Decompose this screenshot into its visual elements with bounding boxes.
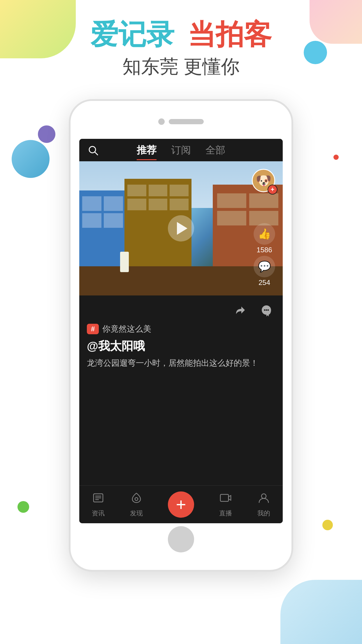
deco-blob-purple [38, 125, 55, 143]
action-row [87, 301, 275, 319]
phone-camera [158, 118, 165, 125]
nav-item-live[interactable]: 直播 [219, 491, 232, 518]
svg-point-4 [268, 309, 269, 311]
news-label: 资讯 [92, 509, 105, 518]
tab-recommend[interactable]: 推荐 [137, 144, 157, 160]
post-details: # 你竟然这么美 @我太阳哦 龙湾公园遛弯一小时，居然能拍出这么好的景！ [79, 295, 283, 375]
live-label: 直播 [219, 509, 232, 518]
hashtag-badge[interactable]: # [87, 324, 99, 334]
discover-label: 发现 [130, 509, 143, 518]
user-avatar-container[interactable]: 🐶 + [252, 169, 275, 192]
share-button[interactable] [231, 301, 249, 319]
app-screen: 推荐 订阅 全部 [79, 139, 283, 523]
profile-label: 我的 [257, 509, 270, 518]
svg-point-3 [266, 309, 267, 311]
svg-point-11 [261, 494, 266, 498]
deco-blob-green-dot [17, 501, 29, 513]
navigation-bar: 推荐 订阅 全部 [79, 139, 283, 161]
headline-blue: 爱记录 [90, 19, 174, 50]
news-icon [92, 491, 105, 507]
like-count: 1586 [256, 246, 272, 254]
video-player[interactable]: 🐶 + 👍 1586 💬 254 [79, 161, 283, 295]
discover-icon [130, 491, 143, 507]
profile-icon [257, 491, 270, 507]
nav-tabs: 推荐 订阅 全部 [137, 144, 225, 160]
hashtag-text: 你竟然这么美 [102, 323, 151, 335]
phone-home-button[interactable] [168, 526, 194, 552]
nav-item-profile[interactable]: 我的 [257, 491, 270, 518]
comment-icon: 💬 [254, 256, 275, 277]
follow-button[interactable]: + [268, 185, 277, 195]
nav-item-discover[interactable]: 发现 [130, 491, 143, 518]
post-description: 龙湾公园遛弯一小时，居然能拍出这么好的景！ [87, 357, 275, 369]
add-button[interactable]: + [168, 491, 194, 518]
svg-rect-10 [220, 494, 229, 501]
phone-notch [158, 118, 204, 125]
headline: 爱记录 当拍客 [0, 18, 362, 51]
app-header: 爱记录 当拍客 知东莞 更懂你 [0, 18, 362, 79]
post-username[interactable]: @我太阳哦 [87, 338, 275, 354]
comment-count: 254 [259, 279, 270, 287]
deco-blob-blue-large [12, 140, 50, 178]
svg-point-9 [135, 498, 138, 501]
video-ground [79, 266, 283, 295]
play-button[interactable] [168, 215, 194, 242]
svg-line-1 [95, 152, 98, 155]
video-actions: 👍 1586 💬 254 [254, 223, 275, 287]
search-button[interactable] [88, 145, 99, 158]
play-icon [177, 222, 187, 235]
phone-body: 推荐 订阅 全部 [69, 99, 293, 572]
live-icon [219, 491, 232, 507]
comment-action[interactable]: 💬 254 [254, 256, 275, 287]
phone-speaker [169, 119, 204, 124]
like-action[interactable]: 👍 1586 [254, 223, 275, 254]
like-icon: 👍 [254, 223, 275, 245]
nav-item-add[interactable]: + [168, 491, 194, 518]
tab-subscribe[interactable]: 订阅 [171, 144, 191, 160]
video-figure [120, 252, 129, 272]
phone-mockup: 推荐 订阅 全部 [69, 85, 293, 572]
svg-point-2 [264, 309, 266, 311]
headline-red: 当拍客 [188, 19, 272, 50]
bottom-navigation: 资讯 发现 + [79, 485, 283, 523]
deco-blob-blue-bottom [280, 580, 362, 644]
app-subheadline: 知东莞 更懂你 [0, 54, 362, 79]
more-button[interactable] [258, 301, 275, 319]
tab-all[interactable]: 全部 [205, 144, 225, 160]
nav-item-news[interactable]: 资讯 [92, 491, 105, 518]
hashtag-row: # 你竟然这么美 [87, 323, 275, 335]
deco-blob-red-dot [333, 155, 339, 160]
deco-blob-yellow-dot [322, 520, 333, 530]
